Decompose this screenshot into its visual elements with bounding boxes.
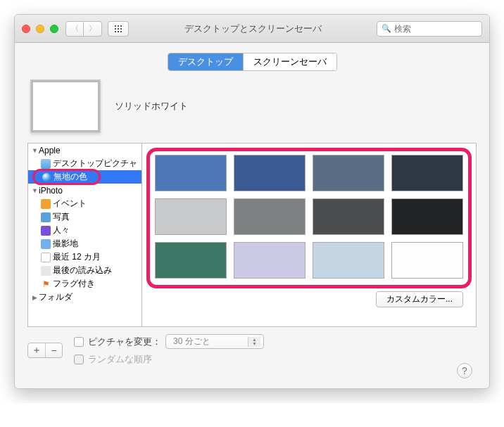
preview-row: ソリッドホワイト [27,79,477,133]
sidebar-item-people[interactable]: 人々 [28,224,141,237]
forward-button[interactable]: 〉 [84,21,102,37]
sidebar-group-apple[interactable]: ▼Apple [28,144,141,157]
tab-bar: デスクトップ スクリーンセーバ [15,43,489,79]
help-button[interactable]: ? [457,363,472,378]
photos-icon [41,212,51,222]
solid-colors-icon [42,173,51,181]
tab-screensaver[interactable]: スクリーンセーバ [243,53,336,70]
close-window[interactable] [22,25,30,33]
custom-color-button[interactable]: カスタムカラー... [376,291,463,307]
color-swatch-6[interactable] [313,198,384,235]
search-input[interactable] [394,24,490,34]
color-swatch-7[interactable] [391,198,463,235]
disclosure-icon: ▼ [31,187,39,194]
tab-desktop[interactable]: デスクトップ [168,53,243,70]
sidebar-group-folders[interactable]: ▶フォルダ [28,291,141,304]
remove-button[interactable]: − [45,343,62,357]
show-all-button[interactable] [108,21,129,37]
zoom-window[interactable] [50,25,58,33]
sidebar-group-iphoto[interactable]: ▼iPhoto [28,184,141,197]
color-swatch-5[interactable] [234,198,305,235]
source-sidebar[interactable]: ▼Apple デスクトップピクチャ 無地の色 ▼iPhoto イベント 写真 人… [28,144,142,326]
calendar-icon [41,253,51,262]
swatch-grid [149,151,469,283]
preview-label: ソリッドホワイト [115,100,188,113]
preferences-window: 〈 〉 デスクトップとスクリーンセーバ 🔍 ✕ デスクトップ スクリーンセーバ … [14,14,490,389]
random-order-label: ランダムな順序 [88,353,152,366]
sidebar-item-events[interactable]: イベント [28,197,141,210]
window-controls [22,25,58,33]
change-picture-label: ピクチャを変更： [88,336,161,348]
search-field[interactable]: 🔍 ✕ [377,21,482,37]
swatch-grid-area: カスタムカラー... [142,144,476,326]
color-swatch-1[interactable] [234,155,305,191]
main-panel: ▼Apple デスクトップピクチャ 無地の色 ▼iPhoto イベント 写真 人… [27,143,477,327]
color-swatch-4[interactable] [155,198,227,235]
sidebar-item-flagged[interactable]: ⚑フラグ付き [28,277,141,291]
interval-select[interactable]: 30 分ごと ▲▼ [165,334,264,349]
disclosure-icon: ▼ [31,147,39,154]
folder-icon [41,159,51,169]
search-icon: 🔍 [382,24,391,33]
sidebar-item-places[interactable]: 撮影地 [28,237,141,250]
chevron-updown-icon: ▲▼ [248,337,260,347]
titlebar: 〈 〉 デスクトップとスクリーンセーバ 🔍 ✕ [15,15,489,43]
color-swatch-10[interactable] [313,242,384,279]
sidebar-item-last-import[interactable]: 最後の読み込み [28,264,141,277]
interval-value: 30 分ごと [173,336,210,348]
color-swatch-11[interactable] [391,242,463,279]
import-icon [41,266,51,276]
sidebar-item-desktop-pictures[interactable]: デスクトップピクチャ [28,157,141,170]
flag-icon: ⚑ [41,279,51,289]
preview-thumbnail [30,79,101,133]
random-order-checkbox [74,355,84,364]
footer: ＋ − ピクチャを変更： 30 分ごと ▲▼ ランダムな順序 [27,327,477,373]
random-order-row: ランダムな順序 [74,353,448,366]
add-remove-buttons: ＋ − [27,343,63,358]
color-swatch-8[interactable] [155,242,227,279]
sidebar-item-solid-colors[interactable]: 無地の色 [28,170,141,184]
window-title: デスクトップとスクリーンセーバ [129,23,377,35]
sidebar-item-photos[interactable]: 写真 [28,210,141,224]
add-button[interactable]: ＋ [28,343,45,357]
nav-buttons: 〈 〉 [65,21,102,37]
people-icon [41,226,51,236]
color-swatch-0[interactable] [155,155,227,191]
color-swatch-9[interactable] [234,242,305,279]
back-button[interactable]: 〈 [65,21,84,37]
places-icon [41,239,51,249]
disclosure-icon: ▶ [31,294,39,301]
color-swatch-3[interactable] [391,155,463,191]
grid-icon [114,25,122,33]
change-picture-checkbox[interactable] [74,337,84,347]
change-picture-row: ピクチャを変更： 30 分ごと ▲▼ [74,334,448,349]
sidebar-item-recent12[interactable]: 最近 12 カ月 [28,250,141,264]
color-swatch-2[interactable] [313,155,384,191]
minimize-window[interactable] [36,25,44,33]
events-icon [41,199,51,209]
